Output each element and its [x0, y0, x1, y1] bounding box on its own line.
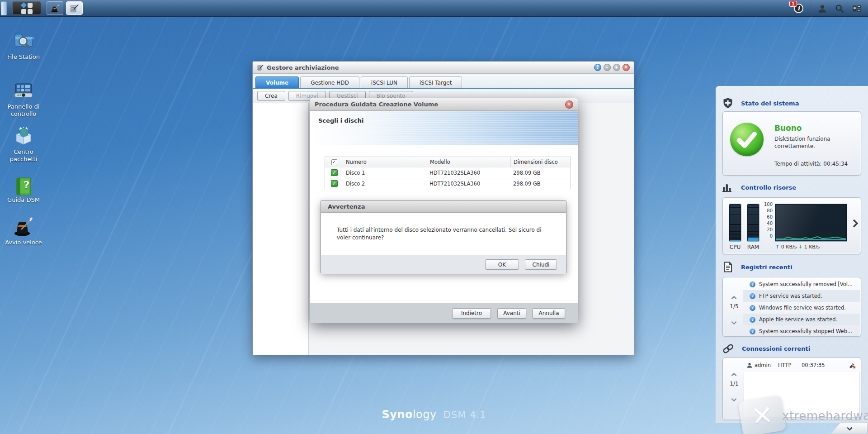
log-item[interactable]: i System successfully removed [Vol...	[743, 278, 860, 290]
tab-iscsi-lun[interactable]: iSCSI LUN	[361, 76, 408, 88]
widget-panel-collapse-tab[interactable]	[831, 423, 868, 434]
desktop-icon-label: File Station	[0, 53, 47, 61]
tab-volume[interactable]: Volume	[255, 76, 299, 88]
pilot-view-button[interactable]	[850, 2, 863, 14]
crea-button[interactable]: Crea	[257, 91, 285, 101]
window-title: Gestore archiviazione	[267, 64, 592, 71]
widget-panel: Stato del sistema Buono DiskStation funz…	[716, 86, 868, 423]
select-all-checkbox[interactable]: ✓	[331, 159, 337, 165]
dsm-branding: Synology DSM 4.1	[362, 408, 506, 421]
avanti-button[interactable]: Avanti	[497, 308, 526, 319]
magic-hat-icon	[12, 215, 35, 237]
log-item[interactable]: i Apple file service was started.	[743, 314, 860, 325]
log-item[interactable]: i System successfully stopped Web...	[743, 325, 860, 337]
disk-1-checkbox[interactable]: ✓	[331, 169, 338, 176]
desktop-icon-quick-start[interactable]: Avvio veloce	[0, 215, 47, 246]
wizard-footer: Indietro Avanti Annulla	[310, 303, 578, 323]
cpu-label: CPU	[727, 244, 743, 250]
window-help-button[interactable]: ?	[594, 64, 601, 71]
connection-row[interactable]: admin HTTP 00:37:35	[744, 360, 859, 371]
warning-body: Tutti i dati all'interno del disco selez…	[321, 213, 566, 255]
connections-page-up[interactable]	[732, 371, 736, 379]
notifications-button[interactable]: 1 i	[792, 3, 804, 14]
dsm-version: DSM 4.1	[443, 410, 486, 420]
axis-100: 100	[762, 202, 773, 207]
column-modello[interactable]: Modello	[427, 157, 510, 167]
volume-list-panel	[253, 103, 309, 355]
tab-gestione-hdd[interactable]: Gestione HDD	[300, 76, 359, 88]
column-numero[interactable]: Numero	[343, 159, 427, 165]
connection-user: admin	[755, 362, 771, 368]
disk-number: Disco 2	[343, 181, 427, 187]
bar-chart-icon	[722, 181, 734, 193]
desktop-icon-label: Avvio veloce	[0, 239, 47, 246]
wizard-title: Procedura Guidata Creazione Volume	[315, 101, 565, 108]
synology-logo: Synology	[382, 408, 436, 421]
disk-model: HDT721032SLA360	[427, 170, 510, 176]
window-maximize-button[interactable]: +	[613, 64, 620, 71]
indietro-button[interactable]: Indietro	[452, 308, 491, 319]
log-item[interactable]: i Windows file service was started.	[743, 302, 860, 314]
taskbar-app-quick-start[interactable]	[47, 1, 63, 15]
logs-page-up[interactable]	[732, 294, 736, 302]
resource-expand-chevron[interactable]	[851, 219, 857, 228]
warning-dialog: Avvertenza Tutti i dati all'interno del …	[321, 200, 566, 273]
file-station-icon	[12, 30, 35, 52]
widget-title: Connessioni correnti	[742, 345, 810, 352]
wizard-close-button[interactable]: ✕	[565, 100, 573, 109]
log-item[interactable]: i FTP service was started.	[743, 290, 860, 302]
tab-iscsi-target[interactable]: iSCSI Target	[409, 76, 462, 88]
user-menu-button[interactable]	[816, 2, 829, 14]
disk-size: 298.09 GB	[510, 181, 571, 187]
window-titlebar[interactable]: Gestore archiviazione ? – + ✕	[253, 62, 634, 74]
wizard-step-title: Scegli i dischi	[318, 117, 364, 124]
health-ok-icon	[730, 123, 764, 156]
show-desktop-button[interactable]	[1, 1, 7, 15]
volume-creation-wizard: Procedura Guidata Creazione Volume ✕ Sce…	[310, 98, 578, 323]
log-text: System successfully removed [Vol...	[759, 281, 853, 287]
disk-2-checkbox[interactable]: ✓	[331, 180, 338, 187]
desktop-icon-package-center[interactable]: Centro pacchetti	[0, 125, 47, 163]
recent-logs-card: 1/5 i System successfully removed [Vol..…	[722, 277, 861, 337]
upload-arrow-icon: ↑	[775, 244, 779, 250]
connections-list-area	[744, 372, 859, 418]
ram-gauge	[747, 204, 759, 241]
connections-page-indicator: 1/1	[726, 381, 742, 387]
table-row-disk-2[interactable]: ✓ Disco 2 HDT721032SLA360 298.09 GB	[325, 178, 571, 189]
connections-card: 1/1 admin HTTP 00:37:35	[722, 358, 861, 420]
search-icon	[835, 4, 844, 14]
logs-page-down[interactable]	[732, 317, 736, 326]
disconnect-icon[interactable]	[849, 362, 856, 369]
connections-page-down[interactable]	[732, 394, 736, 403]
info-icon: i	[750, 305, 755, 311]
wizard-titlebar[interactable]: Procedura Guidata Creazione Volume ✕	[310, 98, 578, 111]
system-health-card: Buono DiskStation funziona correttamente…	[722, 111, 861, 176]
resource-monitor-card: CPU RAM 100 80 60 40 20 0 ↑ 0 KB/s ↓ 1 K…	[722, 197, 861, 254]
taskbar-app-storage-manager[interactable]	[66, 1, 83, 15]
column-dimensioni[interactable]: Dimensioni disco	[510, 157, 571, 167]
widgets-panels-icon	[852, 4, 862, 14]
info-icon: i	[750, 329, 755, 334]
user-icon	[746, 362, 753, 368]
warning-footer: OK Chiudi	[321, 255, 566, 274]
storage-manager-icon	[70, 3, 80, 13]
window-minimize-button[interactable]: –	[604, 64, 611, 71]
desktop-icon-label: Pannello di controllo	[0, 103, 47, 118]
storage-manager-window: Gestore archiviazione ? – + ✕ Volume Ges…	[252, 61, 634, 355]
notification-badge: 1	[789, 1, 797, 7]
annulla-button[interactable]: Annulla	[533, 308, 565, 319]
network-speeds: ↑ 0 KB/s ↓ 1 KB/s	[775, 244, 820, 250]
main-menu-button[interactable]	[12, 1, 41, 15]
desktop-icon-dsm-help[interactable]: ? Guida DSM	[0, 176, 47, 204]
desktop-icon-control-panel[interactable]: Pannello di controllo	[0, 80, 47, 118]
ok-button[interactable]: OK	[485, 259, 519, 270]
window-close-button[interactable]: ✕	[623, 64, 630, 71]
search-button[interactable]	[833, 2, 846, 14]
storage-manager-icon	[257, 64, 264, 71]
chiudi-button[interactable]: Chiudi	[525, 259, 557, 270]
desktop-icon-file-station[interactable]: File Station	[0, 30, 47, 61]
table-row-disk-1[interactable]: ✓ Disco 1 HDT721032SLA360 298.09 GB	[325, 167, 571, 178]
download-arrow-icon: ↓	[798, 244, 802, 250]
network-graph	[775, 204, 847, 241]
upload-speed: 0 KB/s	[781, 244, 797, 250]
